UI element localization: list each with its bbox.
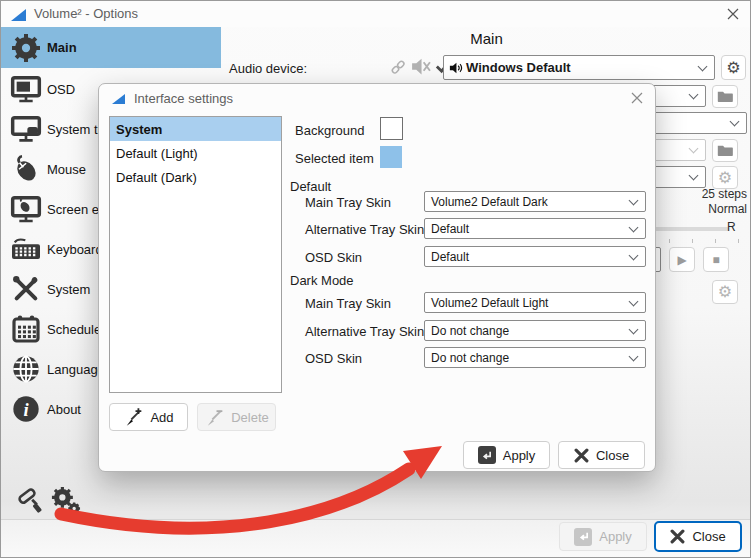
osd-monitor-icon bbox=[9, 72, 43, 106]
chevron-down-icon bbox=[629, 351, 639, 361]
audio-device-label: Audio device: bbox=[229, 61, 307, 76]
dark-alt-tray-skin-select[interactable]: Do not change bbox=[424, 320, 646, 341]
section-heading-default: Default bbox=[290, 179, 331, 194]
selected-item-label: Selected item bbox=[295, 151, 374, 166]
slider-tick bbox=[669, 239, 670, 243]
sidebar-item-label: System bbox=[47, 282, 90, 297]
delete-button[interactable]: Delete bbox=[197, 403, 276, 431]
close-label: Close bbox=[692, 529, 725, 544]
apply-button-main[interactable]: Apply bbox=[559, 522, 647, 551]
sidebar-item-label: Language bbox=[47, 362, 105, 377]
gear-icon: ⚙ bbox=[726, 60, 740, 76]
chevron-down-icon bbox=[689, 144, 699, 154]
skin-editor-button[interactable] bbox=[17, 487, 45, 515]
sidebar-item-label: About bbox=[47, 402, 81, 417]
list-item-label: System bbox=[116, 122, 162, 137]
stop-button[interactable]: ■ bbox=[703, 247, 729, 272]
select-value: Volume2 Default Light bbox=[431, 296, 548, 310]
globe-icon bbox=[9, 352, 43, 386]
folder-icon bbox=[717, 90, 733, 103]
chevron-down-icon bbox=[629, 195, 639, 205]
main-tray-skin-select[interactable]: Volume2 Default Dark bbox=[424, 191, 646, 212]
add-label: Add bbox=[150, 410, 173, 425]
volume2-logo-icon bbox=[112, 94, 125, 104]
dark-main-tray-skin-select[interactable]: Volume2 Default Light bbox=[424, 292, 646, 313]
apply-label: Apply bbox=[599, 529, 632, 544]
browse-folder-button-2[interactable] bbox=[712, 139, 738, 162]
sidebar-item-label: Mouse bbox=[47, 162, 86, 177]
background-color-swatch[interactable] bbox=[380, 117, 403, 140]
close-button-dialog[interactable]: Close bbox=[558, 441, 645, 469]
close-icon bbox=[727, 8, 739, 20]
audio-device-settings-button[interactable]: ⚙ bbox=[721, 55, 746, 80]
volume2-logo-icon bbox=[11, 9, 26, 21]
selected-item-color-swatch[interactable] bbox=[380, 146, 402, 168]
list-item-system[interactable]: System bbox=[110, 117, 281, 141]
section-heading-dark-mode: Dark Mode bbox=[290, 273, 354, 288]
chevron-down-icon bbox=[689, 90, 699, 100]
stop-icon: ■ bbox=[712, 254, 719, 266]
background-label: Background bbox=[295, 123, 364, 138]
sidebar-item-label: Schedule bbox=[47, 322, 101, 337]
dialog-title: Interface settings bbox=[134, 91, 233, 106]
enter-icon bbox=[478, 446, 496, 464]
dark-main-tray-skin-label: Main Tray Skin bbox=[305, 296, 391, 311]
chevron-down-icon bbox=[629, 222, 639, 232]
sidebar-item-label: Main bbox=[47, 40, 77, 55]
window-title: Volume² - Options bbox=[34, 6, 138, 21]
speaker-icon bbox=[449, 61, 463, 75]
slider-right-label: R bbox=[727, 220, 743, 234]
osd-skin-select[interactable]: Default bbox=[424, 246, 646, 267]
gear-icon: ⚙ bbox=[718, 170, 732, 186]
chevron-down-icon bbox=[689, 171, 699, 181]
close-button-main[interactable]: Close bbox=[654, 521, 742, 552]
brush-add-icon bbox=[123, 407, 143, 427]
osd-skin-label: OSD Skin bbox=[305, 250, 362, 265]
close-x-icon bbox=[574, 448, 589, 463]
interface-settings-button[interactable] bbox=[48, 484, 82, 516]
keyboard-icon bbox=[9, 232, 43, 266]
paint-roller-icon bbox=[17, 487, 45, 515]
tools-icon bbox=[9, 272, 43, 306]
screen-edge-icon bbox=[9, 192, 43, 226]
dialog-close-button[interactable] bbox=[626, 90, 648, 106]
chevron-down-icon bbox=[629, 296, 639, 306]
window-close-button[interactable] bbox=[721, 5, 745, 23]
brush-delete-icon bbox=[204, 407, 224, 427]
options-window: Volume² - Options Main OSD System tray M… bbox=[0, 0, 751, 558]
sidebar-item-label: Keyboard bbox=[47, 242, 103, 257]
mute-speaker-icon[interactable] bbox=[410, 56, 431, 77]
list-item-default-light[interactable]: Default (Light) bbox=[110, 141, 281, 165]
enter-icon bbox=[574, 528, 592, 546]
delete-label: Delete bbox=[231, 410, 269, 425]
list-item-label: Default (Dark) bbox=[116, 170, 197, 185]
select-value: Do not change bbox=[431, 351, 509, 365]
chevron-down-icon bbox=[629, 324, 639, 334]
interface-settings-dialog: Interface settings System Default (Light… bbox=[98, 83, 656, 472]
close-label: Close bbox=[596, 448, 629, 463]
chevron-down-icon bbox=[629, 250, 639, 260]
slider-tick bbox=[715, 239, 716, 243]
dark-osd-skin-select[interactable]: Do not change bbox=[424, 347, 646, 368]
apply-label: Apply bbox=[503, 448, 536, 463]
extra-settings-button[interactable]: ⚙ bbox=[712, 280, 738, 304]
audio-device-value: Windows Default bbox=[466, 60, 571, 75]
link-icon[interactable] bbox=[389, 58, 407, 76]
list-item-default-dark[interactable]: Default (Dark) bbox=[110, 165, 281, 189]
list-item-label: Default (Light) bbox=[116, 146, 198, 161]
sidebar-item-main[interactable]: Main bbox=[1, 27, 221, 68]
svg-text:i: i bbox=[23, 399, 29, 420]
play-button[interactable]: ▶ bbox=[669, 247, 695, 272]
folder-icon bbox=[717, 144, 733, 157]
audio-device-select[interactable]: Windows Default bbox=[443, 55, 715, 80]
add-button[interactable]: Add bbox=[109, 403, 188, 431]
select-value: Volume2 Default Dark bbox=[431, 195, 548, 209]
browse-folder-button-1[interactable] bbox=[712, 85, 738, 108]
slider-tick bbox=[738, 239, 739, 243]
apply-button-dialog[interactable]: Apply bbox=[463, 441, 550, 469]
alt-tray-skin-select[interactable]: Default bbox=[424, 218, 646, 239]
page-title: Main bbox=[221, 30, 751, 47]
settings-button-disabled[interactable]: ⚙ bbox=[712, 166, 738, 189]
info-icon: i bbox=[9, 392, 43, 426]
gear-icon: ⚙ bbox=[718, 284, 732, 300]
